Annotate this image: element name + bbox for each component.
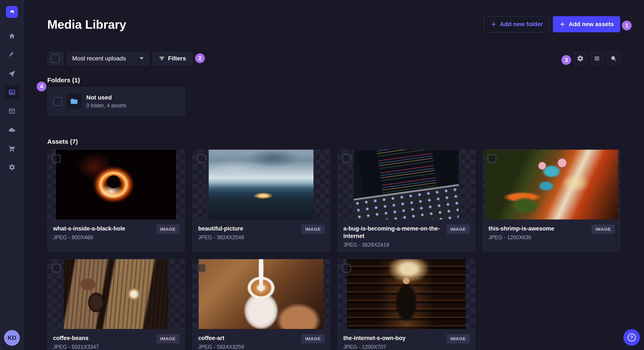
- plus-icon: [490, 21, 497, 27]
- asset-type-badge: IMAGE: [301, 224, 324, 234]
- list-view-button[interactable]: [590, 52, 604, 65]
- cart-icon: [8, 145, 16, 152]
- section-divider: [47, 128, 620, 129]
- filters-label: Filters: [168, 55, 186, 62]
- asset-image: [354, 150, 459, 219]
- asset-image: [347, 259, 466, 329]
- search-button[interactable]: [607, 52, 620, 65]
- asset-image: [56, 150, 176, 219]
- sidebar-item-send[interactable]: [5, 67, 19, 80]
- chevron-down-icon: [140, 57, 144, 60]
- sidebar-item-settings[interactable]: [5, 160, 19, 174]
- assets-grid: what-s-inside-a-black-hole JPEG - 800X46…: [47, 150, 620, 350]
- asset-card[interactable]: coffee-beans JPEG - 5021X3347 IMAGE: [47, 259, 185, 350]
- toolbar: Most recent uploads Filters: [47, 52, 620, 65]
- folder-name: Not used: [86, 94, 126, 101]
- page-title: Media Library: [47, 17, 126, 31]
- asset-card[interactable]: beautiful-picture JPEG - 3824X2548 IMAGE: [192, 150, 330, 252]
- asset-image: [209, 150, 314, 219]
- asset-meta: JPEG - 1200X707: [343, 344, 469, 350]
- assets-heading: Assets (7): [47, 138, 620, 145]
- header-actions: Add new folder Add new assets: [484, 16, 620, 32]
- asset-thumbnail-area: [48, 150, 185, 219]
- strapi-logo-icon: [8, 8, 16, 15]
- filters-button[interactable]: Filters: [152, 52, 192, 65]
- sidebar-divider: [0, 24, 24, 24]
- asset-thumbnail-area: [193, 259, 330, 329]
- annotation-badge-3: 3: [561, 55, 571, 65]
- folders-heading: Folders (1): [47, 77, 620, 84]
- sidebar: KD: [0, 0, 24, 350]
- main-content: Media Library Add new folder Add new ass…: [24, 0, 644, 350]
- select-all-checkbox[interactable]: [51, 54, 60, 63]
- layout-icon: [8, 107, 16, 115]
- help-button[interactable]: ?: [623, 329, 640, 346]
- asset-image: [64, 259, 168, 329]
- folder-meta: 0 folder, 4 assets: [86, 103, 126, 109]
- asset-type-badge: IMAGE: [301, 334, 324, 344]
- asset-thumbnail-area: [483, 150, 620, 219]
- toolbar-right: [574, 52, 620, 65]
- sidebar-item-media-library[interactable]: [5, 85, 19, 99]
- asset-checkbox[interactable]: [488, 154, 496, 163]
- configure-view-button[interactable]: [574, 52, 587, 65]
- asset-type-badge: IMAGE: [156, 334, 180, 344]
- asset-info: this-shrimp-is-awesome JPEG - 1200X630 I…: [483, 219, 620, 240]
- sidebar-item-cloud[interactable]: [5, 123, 19, 137]
- sidebar-item-home[interactable]: [5, 29, 19, 43]
- asset-image: [485, 150, 618, 219]
- sidebar-item-content[interactable]: [5, 48, 19, 62]
- search-icon: [610, 55, 617, 62]
- question-mark-icon: ?: [628, 334, 636, 342]
- asset-card[interactable]: a-bug-is-becoming-a-meme-on-the-internet…: [338, 150, 475, 252]
- asset-checkbox[interactable]: [342, 264, 351, 272]
- asset-info: beautiful-picture JPEG - 3824X2548 IMAGE: [193, 219, 330, 240]
- asset-info: coffee-art JPEG - 5824X3259 IMAGE: [193, 329, 330, 350]
- asset-thumbnail-area: [193, 150, 330, 219]
- annotation-badge-4: 4: [37, 82, 46, 91]
- asset-type-badge: IMAGE: [446, 334, 470, 344]
- folder-icon: [70, 97, 78, 106]
- asset-type-badge: IMAGE: [156, 224, 180, 234]
- sidebar-item-marketplace[interactable]: [5, 142, 19, 155]
- asset-info: the-internet-s-own-boy JPEG - 1200X707 I…: [338, 329, 475, 350]
- asset-meta: JPEG - 5021X3347: [53, 344, 179, 350]
- add-new-assets-button[interactable]: Add new assets: [553, 16, 620, 32]
- app-logo[interactable]: [6, 6, 18, 18]
- user-avatar[interactable]: KD: [4, 330, 20, 346]
- asset-checkbox[interactable]: [52, 264, 61, 272]
- asset-image: [199, 259, 324, 329]
- folder-icon-box: [67, 94, 82, 109]
- asset-type-badge: IMAGE: [446, 224, 470, 234]
- add-new-folder-button[interactable]: Add new folder: [484, 16, 550, 32]
- asset-checkbox[interactable]: [342, 154, 351, 163]
- folder-checkbox[interactable]: [54, 97, 62, 106]
- sort-dropdown[interactable]: Most recent uploads: [67, 52, 149, 65]
- asset-checkbox[interactable]: [52, 154, 61, 163]
- asset-meta: JPEG - 3628X2419: [343, 242, 469, 248]
- asset-card[interactable]: what-s-inside-a-black-hole JPEG - 800X46…: [47, 150, 185, 252]
- page-header: Media Library Add new folder Add new ass…: [47, 16, 620, 32]
- add-new-folder-label: Add new folder: [500, 21, 543, 28]
- asset-thumbnail-area: [338, 150, 475, 219]
- cloud-icon: [8, 126, 16, 133]
- filter-icon: [159, 55, 165, 62]
- asset-card[interactable]: coffee-art JPEG - 5824X3259 IMAGE: [192, 259, 330, 350]
- asset-card[interactable]: this-shrimp-is-awesome JPEG - 1200X630 I…: [483, 150, 620, 252]
- add-new-assets-label: Add new assets: [568, 21, 614, 28]
- asset-thumbnail-area: [48, 259, 185, 329]
- annotation-badge-2: 2: [195, 53, 205, 63]
- asset-type-badge: IMAGE: [592, 224, 615, 234]
- asset-info: coffee-beans JPEG - 5021X3347 IMAGE: [48, 329, 185, 350]
- asset-card[interactable]: the-internet-s-own-boy JPEG - 1200X707 I…: [338, 259, 475, 350]
- feather-icon: [8, 51, 16, 58]
- asset-checkbox[interactable]: [198, 264, 206, 272]
- asset-meta: JPEG - 5824X3259: [198, 344, 324, 350]
- asset-checkbox[interactable]: [198, 154, 206, 163]
- sidebar-item-layouts[interactable]: [5, 104, 19, 118]
- list-icon: [594, 55, 600, 62]
- gear-icon: [577, 55, 584, 62]
- folder-card[interactable]: Not used 0 folder, 4 assets: [47, 87, 185, 116]
- asset-meta: JPEG - 3824X2548: [198, 234, 324, 240]
- sidebar-nav: [5, 29, 19, 179]
